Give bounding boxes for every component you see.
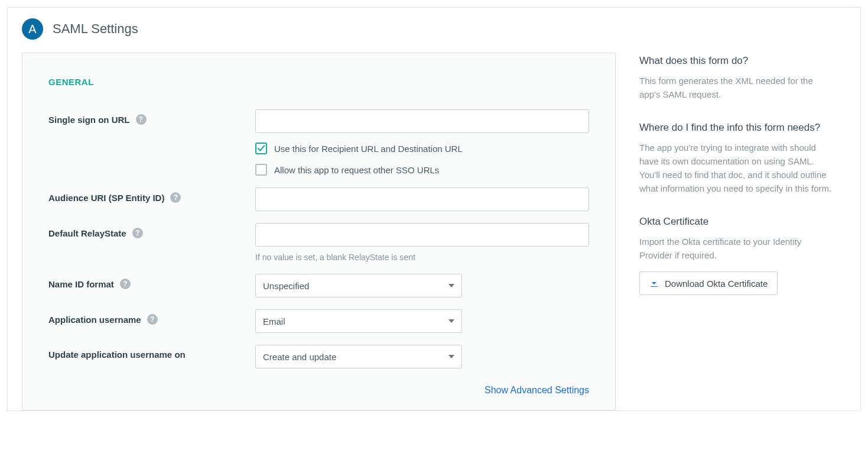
side-text-where: The app you're trying to integrate with … [639, 141, 834, 196]
select-app-username[interactable]: Email [255, 309, 462, 333]
side-title-cert: Okta Certificate [639, 216, 834, 228]
row-sso-url: Single sign on URL ? Use this for Recipi… [48, 109, 589, 176]
page-container: A SAML Settings GENERAL Single sign on U… [7, 7, 861, 411]
label-app-username: Application username [48, 315, 141, 325]
row-name-id-format: Name ID format ? Unspecified [48, 274, 589, 297]
input-audience-uri[interactable] [255, 187, 589, 211]
input-relay-state[interactable] [255, 223, 589, 247]
select-value-app-username: Email [263, 316, 285, 326]
row-audience-uri: Audience URI (SP Entity ID) ? [48, 187, 589, 211]
help-icon[interactable]: ? [120, 279, 131, 289]
side-text-what: This form generates the XML needed for t… [639, 74, 834, 102]
input-sso-url[interactable] [255, 109, 589, 133]
row-relay-state: Default RelayState ? If no value is set,… [48, 223, 589, 262]
select-value-name-id: Unspecified [263, 281, 309, 291]
checkbox-label-recipient: Use this for Recipient URL and Destinati… [274, 144, 463, 154]
section-heading-general: GENERAL [48, 77, 589, 87]
checkbox-use-recipient[interactable] [255, 143, 267, 154]
sidebar: What does this form do? This form genera… [639, 53, 846, 315]
checkbox-allow-other-sso[interactable] [255, 164, 267, 176]
checkbox-label-other-sso: Allow this app to request other SSO URLs [274, 165, 439, 175]
hint-relay-state: If no value is set, a blank RelayState i… [255, 253, 589, 262]
checkbox-row-other-sso: Allow this app to request other SSO URLs [255, 164, 589, 176]
caret-down-icon [448, 319, 454, 323]
side-block-where: Where do I find the info this form needs… [639, 122, 834, 196]
page-header: A SAML Settings [8, 8, 860, 53]
help-icon[interactable]: ? [136, 114, 147, 125]
side-title-where: Where do I find the info this form needs… [639, 122, 834, 134]
page-title: SAML Settings [53, 21, 138, 37]
label-name-id-format: Name ID format [48, 279, 114, 289]
help-icon[interactable]: ? [147, 314, 158, 325]
download-okta-cert-button[interactable]: Download Okta Certificate [639, 271, 778, 295]
select-update-username-on[interactable]: Create and update [255, 345, 462, 368]
checkbox-row-recipient: Use this for Recipient URL and Destinati… [255, 143, 589, 154]
help-icon[interactable]: ? [170, 192, 181, 203]
label-sso-url: Single sign on URL [48, 115, 130, 125]
advanced-link-row: Show Advanced Settings [48, 385, 589, 396]
select-value-update-username: Create and update [263, 352, 336, 362]
label-update-username-on: Update application username on [48, 350, 186, 360]
caret-down-icon [448, 355, 454, 358]
side-block-cert: Okta Certificate Import the Okta certifi… [639, 216, 834, 296]
row-update-username-on: Update application username on Create an… [48, 345, 589, 368]
show-advanced-settings-link[interactable]: Show Advanced Settings [485, 385, 589, 395]
label-audience-uri: Audience URI (SP Entity ID) [48, 193, 164, 203]
form-card: GENERAL Single sign on URL ? Use this fo… [22, 53, 616, 410]
caret-down-icon [448, 284, 454, 287]
select-name-id-format[interactable]: Unspecified [255, 274, 462, 297]
content: GENERAL Single sign on URL ? Use this fo… [8, 53, 860, 410]
row-app-username: Application username ? Email [48, 309, 589, 333]
side-block-what: What does this form do? This form genera… [639, 55, 834, 102]
label-relay-state: Default RelayState [48, 228, 126, 238]
download-icon [649, 279, 659, 288]
side-text-cert: Import the Okta certificate to your Iden… [639, 235, 834, 263]
side-title-what: What does this form do? [639, 55, 834, 67]
download-btn-label: Download Okta Certificate [665, 279, 768, 289]
help-icon[interactable]: ? [132, 228, 143, 238]
avatar: A [22, 18, 43, 40]
